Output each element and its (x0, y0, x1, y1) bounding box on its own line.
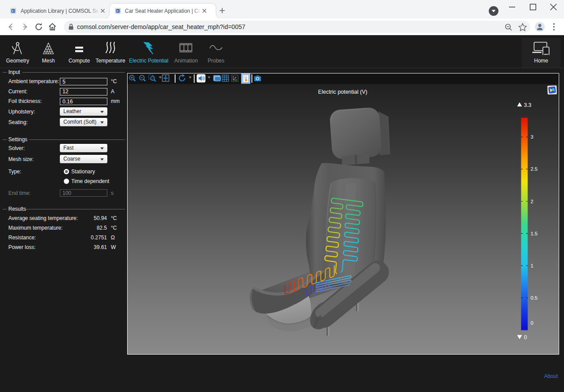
svg-text:Electric potential (V): Electric potential (V) (318, 89, 367, 95)
svg-text:2: 2 (531, 199, 533, 204)
svg-text:0.5: 0.5 (531, 295, 538, 300)
svg-text:2.5: 2.5 (531, 166, 538, 172)
svg-text:3: 3 (531, 134, 533, 139)
svg-text:1.5: 1.5 (531, 231, 538, 236)
svg-text:1: 1 (531, 263, 533, 268)
svg-text:0: 0 (524, 334, 527, 341)
svg-text:0: 0 (531, 320, 533, 326)
svg-text:3.3: 3.3 (524, 102, 531, 108)
